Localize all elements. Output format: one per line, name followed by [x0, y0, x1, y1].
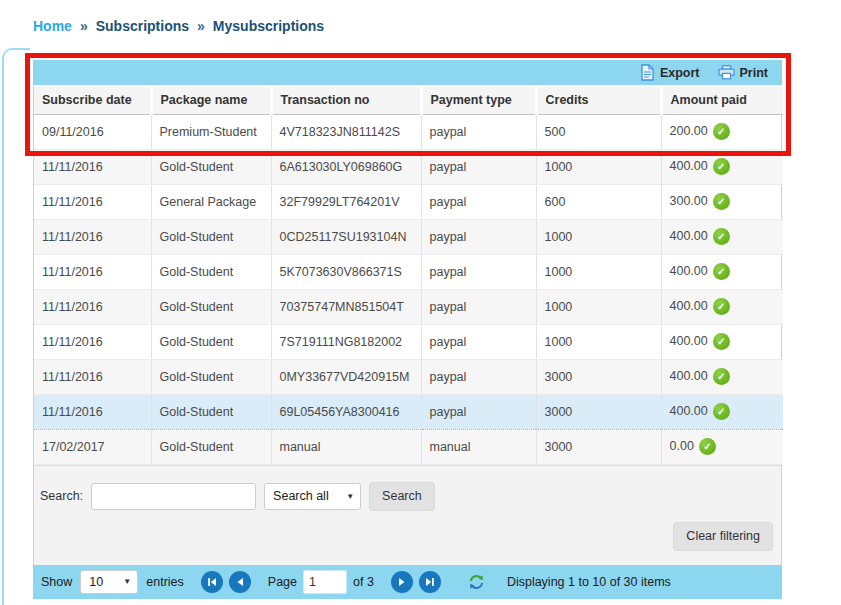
previous-page-button[interactable] [229, 571, 251, 593]
breadcrumb-subscriptions[interactable]: Subscriptions [96, 18, 189, 34]
breadcrumb-mysubscriptions: Mysubscriptions [213, 18, 324, 34]
page-count-label: of 3 [353, 575, 374, 589]
search-label: Search: [40, 489, 83, 503]
transaction-no-cell: 69L05456YA8300416 [271, 394, 421, 429]
table-row[interactable]: 11/11/2016Gold-Student70375747MN851504Tp… [34, 289, 783, 324]
credits-cell: 1000 [536, 324, 661, 359]
amount-paid-value: 300.00 [670, 194, 708, 208]
refresh-button[interactable] [468, 574, 485, 590]
subscriptions-table: Subscribe date Package name Transaction … [34, 85, 783, 465]
payment-type-cell: paypal [421, 324, 536, 359]
package-name-cell: Premium-Student [151, 114, 271, 149]
refresh-icon [468, 574, 485, 590]
show-label: Show [41, 575, 72, 589]
package-name-cell: Gold-Student [151, 394, 271, 429]
table-row[interactable]: 11/11/2016Gold-Student0CD25117SU193104Np… [34, 219, 783, 254]
page-number-input[interactable] [303, 570, 347, 594]
amount-paid-value: 400.00 [670, 264, 708, 278]
search-panel: Search: Search all ▼ Search Clear filter… [34, 465, 781, 565]
table-row[interactable]: 17/02/2017Gold-Studentmanualmanual30000.… [34, 429, 783, 464]
table-body: 09/11/2016Premium-Student4V718323JN81114… [34, 114, 783, 464]
package-name-cell: Gold-Student [151, 149, 271, 184]
credits-cell: 3000 [536, 394, 661, 429]
search-button[interactable]: Search [369, 482, 435, 511]
subscribe-date-cell: 09/11/2016 [34, 114, 151, 149]
package-name-cell: Gold-Student [151, 429, 271, 464]
package-name-cell: Gold-Student [151, 289, 271, 324]
column-header-credits[interactable]: Credits [536, 86, 661, 114]
paid-check-icon: ✓ [713, 123, 730, 140]
column-header-payment-type[interactable]: Payment type [421, 86, 536, 114]
paid-check-icon: ✓ [713, 193, 730, 210]
export-label: Export [660, 66, 700, 80]
paid-check-icon: ✓ [713, 298, 730, 315]
search-filter-select[interactable]: Search all ▼ [264, 483, 361, 510]
pagination-bar: Show 10 ▼ entries [33, 565, 782, 599]
chevron-down-icon: ▼ [346, 492, 354, 501]
amount-paid-cell: 0.00✓ [661, 429, 783, 464]
credits-cell: 1000 [536, 149, 661, 184]
subscribe-date-cell: 11/11/2016 [34, 184, 151, 219]
subscribe-date-cell: 11/11/2016 [34, 394, 151, 429]
table-row[interactable]: 11/11/2016Gold-Student7S719111NG8182002p… [34, 324, 783, 359]
print-button[interactable]: Print [718, 65, 768, 80]
table-row[interactable]: 09/11/2016Premium-Student4V718323JN81114… [34, 114, 783, 149]
column-header-subscribe-date[interactable]: Subscribe date [34, 86, 151, 114]
transaction-no-cell: 0CD25117SU193104N [271, 219, 421, 254]
breadcrumb-separator: » [197, 18, 205, 34]
payment-type-cell: paypal [421, 359, 536, 394]
table-row[interactable]: 11/11/2016Gold-Student0MY33677VD420915Mp… [34, 359, 783, 394]
transaction-no-cell: 5K7073630V866371S [271, 254, 421, 289]
subscribe-date-cell: 17/02/2017 [34, 429, 151, 464]
subscribe-date-cell: 11/11/2016 [34, 254, 151, 289]
paid-check-icon: ✓ [713, 333, 730, 350]
table-row[interactable]: 11/11/2016Gold-Student5K7073630V866371Sp… [34, 254, 783, 289]
search-input[interactable] [91, 483, 256, 510]
table-row[interactable]: 11/11/2016General Package32F79929LT76420… [34, 184, 783, 219]
page-label: Page [268, 575, 297, 589]
page-size-value: 10 [89, 575, 103, 589]
transaction-no-cell: 32F79929LT764201V [271, 184, 421, 219]
amount-paid-value: 400.00 [670, 404, 708, 418]
package-name-cell: Gold-Student [151, 324, 271, 359]
table-toolbar: Export Print [33, 60, 782, 85]
column-header-amount-paid[interactable]: Amount paid [661, 86, 783, 114]
subscribe-date-cell: 11/11/2016 [34, 219, 151, 254]
package-name-cell: Gold-Student [151, 219, 271, 254]
chevron-down-icon: ▼ [123, 577, 131, 586]
previous-page-icon [235, 577, 245, 587]
credits-cell: 1000 [536, 254, 661, 289]
paid-check-icon: ✓ [713, 403, 730, 420]
paid-check-icon: ✓ [699, 438, 716, 455]
paid-check-icon: ✓ [713, 263, 730, 280]
package-name-cell: Gold-Student [151, 254, 271, 289]
payment-type-cell: paypal [421, 254, 536, 289]
column-header-package-name[interactable]: Package name [151, 86, 271, 114]
amount-paid-value: 400.00 [670, 159, 708, 173]
last-page-button[interactable] [419, 571, 441, 593]
amount-paid-cell: 400.00✓ [661, 219, 783, 254]
payment-type-cell: manual [421, 429, 536, 464]
payment-type-cell: paypal [421, 394, 536, 429]
table-container: Subscribe date Package name Transaction … [33, 85, 782, 565]
credits-cell: 600 [536, 184, 661, 219]
breadcrumb-home[interactable]: Home [33, 18, 72, 34]
subscriptions-table-widget: Export Print [33, 60, 782, 599]
amount-paid-value: 400.00 [670, 369, 708, 383]
table-row[interactable]: 11/11/2016Gold-Student69L05456YA8300416p… [34, 394, 783, 429]
amount-paid-value: 400.00 [670, 334, 708, 348]
export-button[interactable]: Export [640, 64, 700, 81]
package-name-cell: General Package [151, 184, 271, 219]
table-row[interactable]: 11/11/2016Gold-Student6A613030LY069860Gp… [34, 149, 783, 184]
next-page-button[interactable] [391, 571, 413, 593]
print-label: Print [740, 66, 768, 80]
clear-filtering-button[interactable]: Clear filtering [673, 522, 773, 551]
amount-paid-cell: 200.00✓ [661, 114, 783, 149]
panel-left-border [2, 48, 30, 605]
transaction-no-cell: manual [271, 429, 421, 464]
column-header-transaction-no[interactable]: Transaction no [271, 86, 421, 114]
first-page-button[interactable] [201, 571, 223, 593]
transaction-no-cell: 0MY33677VD420915M [271, 359, 421, 394]
amount-paid-value: 0.00 [670, 439, 694, 453]
page-size-select[interactable]: 10 ▼ [80, 570, 138, 594]
